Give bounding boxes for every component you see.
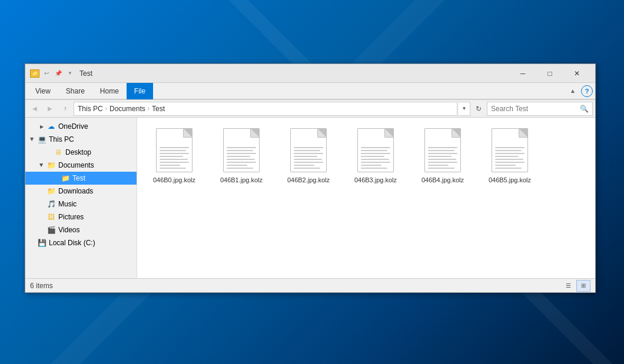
- window-controls: ─ □ ✕: [509, 64, 590, 83]
- explorer-window: 📁 ↩ 📌 ▼ Test ─ □ ✕ ViewShareHomeFile ▲ ?…: [25, 64, 596, 293]
- sidebar-item-downloads[interactable]: 📁Downloads: [25, 185, 137, 198]
- icon-videos: 🎬: [47, 225, 56, 235]
- ribbon-collapse-button[interactable]: ▲: [567, 85, 579, 97]
- minimize-button[interactable]: ─: [509, 64, 536, 83]
- sidebar-label-videos: Videos: [58, 226, 79, 234]
- file-icon-container: [489, 128, 531, 173]
- sidebar-item-documents[interactable]: ▶📁Documents: [25, 159, 137, 172]
- title-bar-icons: 📁 ↩ 📌 ▼: [30, 69, 75, 78]
- icon-downloads: 📁: [47, 186, 56, 196]
- sidebar-label-desktop: Desktop: [65, 148, 91, 156]
- status-bar: 6 items ☰ ⊞: [25, 278, 595, 292]
- breadcrumb-test[interactable]: Test: [152, 105, 165, 113]
- ribbon: ViewShareHomeFile ▲ ?: [25, 83, 595, 100]
- tab-home[interactable]: Home: [92, 83, 127, 99]
- file-item[interactable]: 046B1.jpg.kolz: [209, 122, 274, 187]
- icon-localdisk: 💾: [37, 238, 47, 248]
- icon-thispc: 💻: [37, 135, 47, 144]
- dropdown-icon[interactable]: ▼: [65, 69, 75, 78]
- sidebar-item-localdisk[interactable]: 💾Local Disk (C:): [25, 236, 137, 249]
- title-bar: 📁 ↩ 📌 ▼ Test ─ □ ✕: [25, 64, 595, 83]
- tab-view[interactable]: View: [28, 83, 58, 99]
- file-name: 046B3.jpg.kolz: [354, 176, 397, 184]
- expand-arrow-test[interactable]: [51, 173, 61, 183]
- icon-desktop: 🖥: [54, 148, 63, 157]
- maximize-button[interactable]: □: [536, 64, 563, 83]
- forward-button[interactable]: ▶: [43, 102, 57, 116]
- breadcrumb-documents[interactable]: Documents: [109, 105, 145, 113]
- folder-icon: 📁: [30, 69, 39, 78]
- file-name: 046B4.jpg.kolz: [421, 176, 464, 184]
- expand-arrow-localdisk[interactable]: [28, 238, 37, 248]
- icons-view-button[interactable]: ⊞: [576, 280, 590, 292]
- sidebar-item-pictures[interactable]: 🖼Pictures: [25, 211, 137, 223]
- breadcrumb-thispc[interactable]: This PC: [78, 105, 103, 113]
- file-item[interactable]: 046B3.jpg.kolz: [343, 122, 408, 187]
- search-input[interactable]: [491, 105, 579, 113]
- help-button[interactable]: ?: [581, 85, 593, 97]
- undo-icon[interactable]: ↩: [42, 69, 51, 78]
- sidebar-label-test: Test: [72, 174, 85, 182]
- icon-music: 🎵: [47, 199, 56, 209]
- up-button[interactable]: ↑: [58, 102, 72, 116]
- file-item[interactable]: 046B5.jpg.kolz: [477, 122, 542, 187]
- file-item[interactable]: 046B4.jpg.kolz: [410, 122, 475, 187]
- icon-documents: 📁: [47, 161, 56, 170]
- sidebar-label-documents: Documents: [58, 161, 94, 169]
- search-icon[interactable]: 🔍: [579, 104, 589, 113]
- file-name: 046B0.jpg.kolz: [153, 176, 195, 184]
- icon-test: 📁: [61, 173, 70, 183]
- file-icon-container: [421, 128, 464, 173]
- file-icon-container: [287, 128, 330, 173]
- expand-arrow-videos[interactable]: [37, 225, 47, 235]
- file-name: 046B5.jpg.kolz: [489, 176, 531, 184]
- breadcrumb-sep-2: ›: [148, 105, 150, 112]
- sidebar-item-onedrive[interactable]: ▶☁OneDrive: [25, 120, 137, 133]
- sidebar-item-test[interactable]: 📁Test: [25, 172, 137, 185]
- refresh-button[interactable]: ↻: [472, 102, 486, 116]
- expand-arrow-onedrive[interactable]: ▶: [37, 122, 47, 131]
- tab-file[interactable]: File: [127, 83, 153, 99]
- file-item[interactable]: 046B2.jpg.kolz: [276, 122, 341, 187]
- expand-arrow-downloads[interactable]: [37, 186, 47, 196]
- expand-arrow-thispc[interactable]: ▶: [28, 135, 37, 144]
- sidebar-item-desktop[interactable]: 🖥Desktop: [25, 146, 137, 159]
- expand-arrow-pictures[interactable]: [37, 212, 47, 222]
- expand-arrow-documents[interactable]: ▶: [37, 161, 47, 170]
- sidebar-label-pictures: Pictures: [58, 213, 84, 221]
- sidebar-label-localdisk: Local Disk (C:): [49, 239, 95, 247]
- sidebar-label-onedrive: OneDrive: [58, 122, 88, 131]
- item-count: 6 items: [30, 282, 53, 290]
- close-button[interactable]: ✕: [563, 64, 590, 83]
- window-title: Test: [79, 69, 509, 78]
- icon-onedrive: ☁: [47, 122, 56, 131]
- view-buttons: ☰ ⊞: [561, 280, 590, 292]
- expand-arrow-music[interactable]: [37, 199, 47, 209]
- address-path[interactable]: This PC › Documents › Test: [74, 102, 457, 116]
- file-item[interactable]: 046B0.jpg.kolz: [142, 122, 207, 187]
- sidebar-item-music[interactable]: 🎵Music: [25, 198, 137, 211]
- sidebar: ▶☁OneDrive▶💻This PC🖥Desktop▶📁Documents📁T…: [25, 118, 137, 278]
- ribbon-tabs: ViewShareHomeFile ▲ ?: [25, 83, 595, 99]
- list-view-button[interactable]: ☰: [561, 280, 575, 292]
- icon-pictures: 🖼: [47, 212, 56, 222]
- expand-arrow-desktop[interactable]: [44, 148, 54, 157]
- sidebar-item-thispc[interactable]: ▶💻This PC: [25, 133, 137, 146]
- file-view: 046B0.jpg.kolz046B1.jpg.kolz046B2.jpg.ko…: [137, 118, 595, 278]
- sidebar-label-downloads: Downloads: [58, 187, 93, 195]
- file-icon-container: [220, 128, 263, 173]
- file-name: 046B2.jpg.kolz: [287, 176, 330, 184]
- pin-icon[interactable]: 📌: [54, 69, 63, 78]
- search-box: 🔍: [487, 102, 593, 116]
- sidebar-label-thispc: This PC: [49, 135, 74, 143]
- address-bar: ◀ ▶ ↑ This PC › Documents › Test ▼ ↻ 🔍: [25, 100, 595, 118]
- content-area: ▶☁OneDrive▶💻This PC🖥Desktop▶📁Documents📁T…: [25, 118, 595, 278]
- file-icon-container: [153, 128, 195, 173]
- breadcrumb-sep-1: ›: [105, 105, 107, 112]
- address-dropdown-button[interactable]: ▼: [459, 102, 470, 116]
- back-button[interactable]: ◀: [28, 102, 42, 116]
- file-name: 046B1.jpg.kolz: [220, 176, 263, 184]
- file-icon-container: [354, 128, 397, 173]
- tab-share[interactable]: Share: [58, 83, 92, 99]
- sidebar-item-videos[interactable]: 🎬Videos: [25, 223, 137, 236]
